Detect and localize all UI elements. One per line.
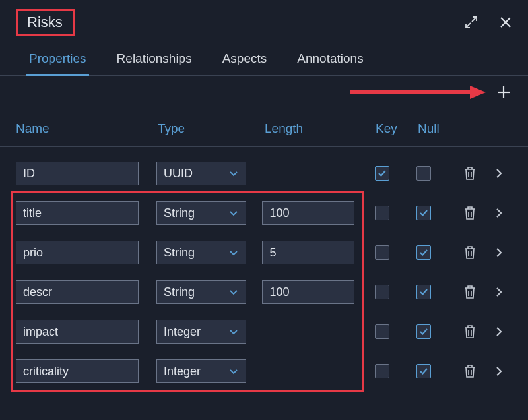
column-header-key: Key [376,121,418,136]
column-header-length: Length [265,121,376,136]
key-checkbox[interactable] [375,285,389,299]
chevron-down-icon [228,366,239,376]
svg-marker-1 [470,86,486,99]
panel-title: Risks [27,14,63,31]
name-input[interactable] [16,280,139,304]
chevron-right-icon[interactable] [494,285,504,299]
add-property-button[interactable] [496,85,511,100]
annotation-arrow [348,84,487,101]
type-select[interactable]: String [156,280,246,304]
chevron-right-icon[interactable] [494,246,504,259]
expand-icon[interactable] [465,16,478,29]
table-row: Integer [0,312,528,351]
type-select-label: Integer [164,365,201,378]
key-checkbox[interactable] [375,206,389,220]
null-checkbox[interactable] [416,285,431,299]
name-input[interactable] [16,320,139,344]
trash-icon[interactable] [463,324,477,339]
tab-annotations[interactable]: Annotations [294,45,366,75]
type-select-label: UUID [164,167,193,181]
key-checkbox[interactable] [375,166,389,181]
chevron-right-icon[interactable] [494,167,504,180]
type-select-label: String [164,246,195,260]
null-checkbox[interactable] [416,166,431,181]
table-row: String [0,272,528,312]
type-select[interactable]: Integer [156,359,246,383]
null-checkbox[interactable] [416,324,431,339]
chevron-down-icon [228,326,239,337]
column-header-name: Name [16,121,158,136]
null-checkbox[interactable] [416,206,431,220]
tab-properties[interactable]: Properties [26,45,89,75]
key-checkbox[interactable] [375,245,389,260]
chevron-right-icon[interactable] [494,365,504,378]
length-input[interactable] [262,201,354,225]
table-row: UUID [0,154,528,193]
type-select-label: Integer [164,325,201,339]
chevron-down-icon [228,287,239,297]
chevron-down-icon [228,208,239,218]
table-row: String [0,193,528,233]
chevron-down-icon [228,247,239,258]
type-select[interactable]: Integer [156,320,246,344]
table-row: String [0,233,528,272]
key-checkbox[interactable] [375,364,389,378]
tab-relationships[interactable]: Relationships [114,45,195,75]
null-checkbox[interactable] [416,245,431,260]
trash-icon[interactable] [463,285,477,299]
chevron-right-icon[interactable] [494,325,504,338]
table-row: Integer [0,351,528,391]
chevron-right-icon[interactable] [494,206,504,220]
column-header-null: Null [418,121,457,136]
name-input[interactable] [16,162,139,185]
type-select[interactable]: UUID [156,162,246,185]
tab-aspects[interactable]: Aspects [220,45,270,75]
name-input[interactable] [16,201,139,225]
length-input[interactable] [262,241,354,264]
trash-icon[interactable] [463,206,477,220]
type-select-label: String [164,206,195,220]
type-select[interactable]: String [156,241,246,264]
type-select-label: String [164,285,195,299]
name-input[interactable] [16,359,139,383]
key-checkbox[interactable] [375,324,389,339]
chevron-down-icon [228,168,239,179]
trash-icon[interactable] [463,245,477,260]
name-input[interactable] [16,241,139,264]
close-icon[interactable] [499,16,512,29]
null-checkbox[interactable] [416,364,431,378]
trash-icon[interactable] [463,364,477,378]
type-select[interactable]: String [156,201,246,225]
length-input[interactable] [262,280,354,304]
column-header-type: Type [158,121,265,136]
trash-icon[interactable] [463,166,477,181]
